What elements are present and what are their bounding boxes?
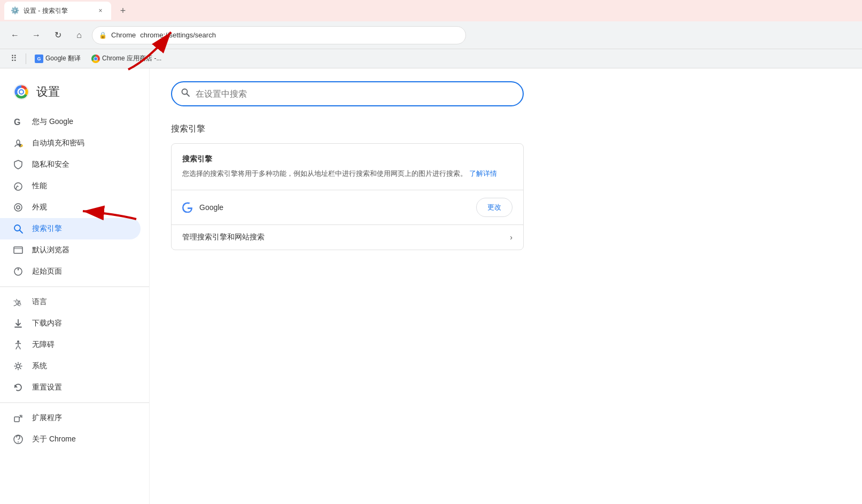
address-text: chrome://settings/search	[140, 31, 216, 39]
sidebar-item-label: 隐私和安全	[32, 160, 69, 169]
settings-header: 设置	[0, 77, 149, 111]
manage-engines-text: 管理搜索引擎和网站搜索	[182, 232, 510, 242]
sidebar-item-label: 重置设置	[32, 383, 62, 392]
svg-point-2	[20, 90, 23, 94]
current-engine-name: Google	[199, 203, 476, 212]
change-button[interactable]: 更改	[476, 198, 512, 217]
sidebar-item-label: 搜索引擎	[32, 224, 62, 234]
search-input[interactable]	[196, 89, 514, 99]
svg-line-11	[20, 230, 22, 233]
address-bar[interactable]: 🔒 Chrome chrome://settings/search	[92, 26, 466, 44]
downloads-icon	[13, 318, 24, 329]
sidebar-item-label: 语言	[32, 297, 47, 307]
new-tab-button[interactable]: +	[115, 3, 130, 18]
settings-title: 设置	[36, 84, 60, 100]
sidebar-item-system[interactable]: 系统	[0, 355, 141, 377]
manage-engines-row[interactable]: 管理搜索引擎和网站搜索 ›	[172, 224, 523, 250]
tab-title: 设置 - 搜索引擎	[24, 6, 92, 15]
learn-more-link[interactable]: 了解详情	[469, 169, 497, 177]
sidebar-item-label: 扩展程序	[32, 413, 62, 423]
sidebar-item-label: 默认浏览器	[32, 245, 69, 255]
svg-point-18	[17, 340, 19, 343]
svg-point-19	[17, 365, 20, 368]
bookmark-label: Google 翻译	[45, 54, 81, 63]
navigation-bar: ← → ↻ ⌂ 🔒 Chrome chrome://settings/searc…	[0, 21, 862, 49]
sidebar-item-languages[interactable]: 文 A 语言	[0, 291, 141, 313]
svg-line-23	[187, 94, 190, 97]
card-heading: 搜索引擎	[182, 154, 512, 164]
extensions-icon	[13, 413, 24, 423]
sidebar-item-label: 自动填充和密码	[32, 138, 84, 148]
sidebar-item-label: 无障碍	[32, 340, 55, 350]
current-engine-row: Google 更改	[172, 190, 523, 224]
back-button[interactable]: ←	[6, 27, 24, 44]
nav-divider-1	[0, 286, 149, 287]
sidebar-item-label: 关于 Chrome	[32, 435, 76, 444]
autofill-icon: 🔑	[13, 138, 24, 149]
sidebar-item-label: 下载内容	[32, 319, 62, 328]
page-content: 设置 G 您与 Google 🔑	[0, 68, 862, 504]
card-info: 搜索引擎 您选择的搜索引擎将用于多种功能，例如从地址栏中进行搜索和使用网页上的图…	[172, 144, 523, 190]
google-translate-icon: G	[35, 55, 43, 63]
lock-icon: 🔒	[99, 32, 107, 39]
svg-point-8	[14, 204, 22, 211]
chrome-store-icon	[91, 55, 100, 63]
privacy-icon	[13, 159, 24, 170]
search-engine-card: 搜索引擎 您选择的搜索引擎将用于多种功能，例如从地址栏中进行搜索和使用网页上的图…	[171, 143, 524, 250]
default-browser-icon	[13, 245, 24, 255]
sidebar-item-privacy[interactable]: 隐私和安全	[0, 154, 141, 175]
search-icon	[181, 88, 190, 100]
chevron-right-icon: ›	[510, 233, 512, 242]
bookmark-google-translate[interactable]: G Google 翻译	[30, 52, 85, 65]
chrome-settings-logo	[13, 83, 30, 100]
sidebar-item-appearance[interactable]: 外观	[0, 197, 141, 218]
languages-icon: 文 A	[13, 297, 24, 307]
sidebar-item-about[interactable]: 关于 Chrome	[0, 429, 141, 450]
refresh-button[interactable]: ↻	[49, 27, 66, 44]
sidebar: 设置 G 您与 Google 🔑	[0, 68, 150, 504]
accessibility-icon	[13, 339, 24, 350]
sidebar-item-startup[interactable]: 起始页面	[0, 261, 141, 282]
main-content: 搜索引擎 搜索引擎 您选择的搜索引擎将用于多种功能，例如从地址栏中进行搜索和使用…	[150, 68, 862, 504]
sidebar-item-label: 性能	[32, 181, 47, 191]
google-g-logo	[182, 202, 193, 213]
card-description: 您选择的搜索引擎将用于多种功能，例如从地址栏中进行搜索和使用网页上的图片进行搜索…	[182, 168, 512, 179]
sidebar-item-extensions[interactable]: 扩展程序	[0, 407, 141, 429]
sidebar-item-search-engine[interactable]: 搜索引擎	[0, 218, 141, 239]
separator	[26, 53, 26, 64]
sidebar-item-downloads[interactable]: 下载内容	[0, 313, 141, 334]
sidebar-item-autofill[interactable]: 🔑 自动填充和密码	[0, 133, 141, 154]
sidebar-item-reset[interactable]: 重置设置	[0, 377, 141, 398]
reset-icon	[13, 382, 24, 393]
chrome-label: Chrome	[111, 31, 136, 39]
active-tab[interactable]: ⚙️ 设置 - 搜索引擎 ×	[4, 2, 111, 20]
sidebar-item-accessibility[interactable]: 无障碍	[0, 334, 141, 355]
forward-button[interactable]: →	[28, 27, 45, 44]
system-icon	[13, 361, 24, 371]
apps-button[interactable]: ⠿	[6, 51, 21, 66]
tab-close-button[interactable]: ×	[96, 6, 105, 15]
sidebar-item-default-browser[interactable]: 默认浏览器	[0, 239, 141, 261]
svg-text:🔑: 🔑	[20, 144, 24, 148]
settings-search-bar[interactable]	[171, 81, 524, 106]
bookmark-chrome-store[interactable]: Chrome 应用商店 -...	[87, 52, 166, 65]
svg-rect-12	[14, 247, 22, 253]
sidebar-item-label: 起始页面	[32, 267, 62, 276]
sidebar-item-performance[interactable]: 性能	[0, 175, 141, 197]
svg-point-10	[14, 225, 20, 231]
svg-rect-20	[14, 417, 19, 422]
svg-point-21	[18, 441, 19, 443]
svg-point-9	[17, 206, 20, 209]
title-bar: ⚙️ 设置 - 搜索引擎 × +	[0, 0, 862, 21]
search-engine-icon	[13, 223, 24, 234]
tab-favicon: ⚙️	[11, 6, 19, 15]
sidebar-item-label: 您与 Google	[32, 117, 73, 127]
bookmarks-bar: ⠿ G Google 翻译 Chrome 应用商店 -...	[0, 49, 862, 68]
section-title: 搜索引擎	[171, 123, 841, 135]
home-button[interactable]: ⌂	[71, 27, 88, 44]
nav-divider-2	[0, 402, 149, 403]
you-google-icon: G	[13, 117, 24, 127]
svg-text:G: G	[14, 118, 20, 127]
sidebar-item-you-and-google[interactable]: G 您与 Google	[0, 111, 141, 133]
appearance-icon	[13, 202, 24, 213]
